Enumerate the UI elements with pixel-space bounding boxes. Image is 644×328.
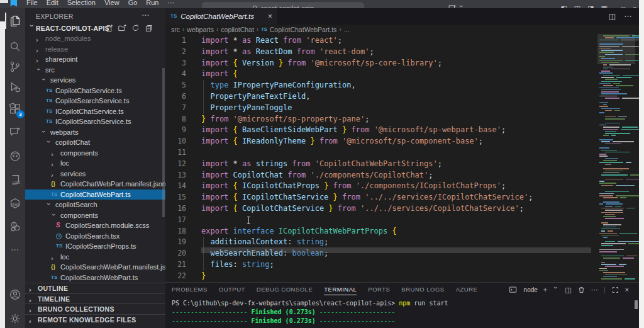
tree-item-copilotsearch[interactable]: ›copilotSearch	[25, 200, 165, 210]
tree-item-copilotsearch-module-scss[interactable]: SCopilotSearch.module.scss	[25, 220, 165, 231]
tree-item-icopilotchatservice-ts[interactable]: TSICopilotChatService.ts	[25, 106, 165, 117]
tree-item-copilotsearch-tsx[interactable]: CopilotSearch.tsx	[25, 231, 165, 242]
section-outline[interactable]: ›OUTLINE	[25, 283, 165, 293]
project-root-item[interactable]: › REACT-COPILOT-APIS	[25, 23, 165, 33]
explorer-icon[interactable]	[5, 11, 25, 30]
tree-item-src[interactable]: ›src	[25, 65, 165, 76]
tree-item-components[interactable]: ›components	[25, 210, 165, 221]
terminal-output[interactable]: PS C:\github\sp-dev-fx-webparts\samples\…	[172, 299, 625, 325]
code-line-4[interactable]: 4import {	[165, 69, 596, 80]
panel-tab-ports[interactable]: PORTS	[368, 283, 390, 297]
menu-edit[interactable]: Edit	[42, 0, 63, 7]
tree-item-webparts[interactable]: ›webparts	[25, 127, 165, 138]
menu-selection[interactable]: Selection	[63, 0, 100, 7]
tree-item-icopilotsearchprops-ts[interactable]: TSICopilotSearchProps.ts	[25, 241, 165, 252]
breadcrumb-src[interactable]: src	[171, 26, 180, 33]
panel-tab-terminal[interactable]: TERMINAL	[324, 283, 357, 297]
code-line-1[interactable]: 1import * as React from 'react';	[165, 35, 596, 47]
menu-run[interactable]: Run	[142, 0, 163, 7]
tree-item-sharepoint[interactable]: ›sharepoint	[25, 54, 165, 65]
tree-item-services[interactable]: ›services	[25, 169, 165, 179]
refresh-icon[interactable]	[131, 24, 140, 32]
menu-view[interactable]: View	[100, 0, 124, 7]
code-line-10[interactable]: 10import { IReadonlyTheme } from '@micro…	[165, 136, 596, 147]
terminal-dropdown-icon[interactable]: ›	[552, 286, 560, 293]
maximize-panel-icon[interactable]	[611, 286, 619, 294]
panel-tab-bruno-logs[interactable]: BRUNO LOGS	[401, 283, 444, 297]
split-terminal-icon[interactable]: ◫	[565, 286, 571, 294]
tree-item-copilotchatwebpart-manifest-json[interactable]: {}CopilotChatWebPart.manifest.json	[25, 179, 165, 189]
breadcrumb-copilotchat[interactable]: copilotChat	[221, 26, 254, 33]
breadcrumb-[interactable]: ...	[344, 26, 350, 33]
minimap[interactable]	[597, 34, 635, 282]
panel-more-icon[interactable]: ⋯	[591, 286, 598, 294]
tree-item-components[interactable]: ›components	[25, 148, 165, 159]
close-panel-icon[interactable]: ×	[625, 286, 629, 293]
menu-file[interactable]: File	[22, 0, 42, 7]
extensions-icon[interactable]: 3	[5, 99, 25, 118]
nav-forward-icon[interactable]: →	[189, 4, 197, 8]
tree-item-node-modules[interactable]: ›node_modules	[25, 33, 165, 44]
code-line-7[interactable]: 7 PropertyPaneToggle	[165, 103, 596, 114]
close-tab-icon[interactable]: ×	[268, 12, 272, 21]
sharepoint-icon[interactable]: S	[5, 217, 25, 236]
code-line-2[interactable]: 2import * as ReactDom from 'react-dom';	[165, 47, 596, 58]
editor-more-icon[interactable]: ⋯	[624, 12, 631, 21]
tree-item-icopilotsearchservice-ts[interactable]: TSICopilotSearchService.ts	[25, 116, 165, 127]
log-viewer-icon[interactable]: LOG	[5, 171, 25, 189]
tree-item-copilotchat[interactable]: ›copilotChat	[25, 137, 165, 148]
breadcrumb-webparts[interactable]: webparts	[187, 26, 214, 33]
tab-copilotchatwebpart[interactable]: TS CopilotChatWebPart.ts ×	[165, 8, 277, 25]
code-line-18[interactable]: 18export interface ICopilotChatWebPartPr…	[165, 226, 596, 237]
copilot-chat-button[interactable]: ›	[448, 0, 465, 8]
kill-terminal-icon[interactable]	[577, 286, 586, 294]
panel-tab-debug-console[interactable]: DEBUG CONSOLE	[257, 283, 313, 297]
section-bruno-collections[interactable]: ›BRUNO COLLECTIONS	[25, 303, 165, 314]
new-folder-icon[interactable]	[118, 24, 126, 32]
tree-item-copilotchatservice-ts[interactable]: TSCopilotChatService.ts	[25, 86, 165, 96]
code-line-21[interactable]: 21 files: string;	[165, 259, 596, 271]
new-file-icon[interactable]	[105, 24, 113, 32]
code-line-6[interactable]: 6 PropertyPaneTextField,	[165, 91, 596, 103]
tree-item-loc[interactable]: ›loc	[25, 252, 165, 263]
more-actions-icon[interactable]: ⋯	[5, 240, 25, 259]
shell-name[interactable]: node	[524, 286, 538, 293]
settings-gear-icon[interactable]	[5, 309, 25, 328]
code-line-9[interactable]: 9import { BaseClientSideWebPart } from '…	[165, 125, 596, 136]
account-icon[interactable]	[5, 285, 25, 304]
tree-item-release[interactable]: ›release	[25, 44, 165, 55]
search-icon[interactable]	[5, 37, 25, 56]
source-control-icon[interactable]	[5, 57, 25, 76]
panel-tab-output[interactable]: OUTPUT	[219, 283, 245, 297]
collapse-folders-icon[interactable]	[145, 24, 153, 32]
tree-item-copilotsearchwebpart-manifest-json[interactable]: {}CopilotSearchWebPart.manifest.json	[25, 262, 165, 273]
run-debug-icon[interactable]	[5, 78, 25, 97]
split-editor-icon[interactable]: ◫	[609, 12, 616, 21]
code-line-17[interactable]: 17	[165, 215, 596, 226]
sidebar-more-icon[interactable]: ⋯	[142, 11, 149, 20]
tree-item-copilotsearchwebpart-ts[interactable]: TSCopilotSearchWebPart.ts	[25, 273, 165, 283]
chat-icon[interactable]	[5, 123, 25, 142]
code-line-16[interactable]: 16import { CopilotChatService } from '..…	[165, 203, 596, 215]
code-line-5[interactable]: 5 type IPropertyPaneConfiguration,	[165, 80, 596, 91]
code-line-11[interactable]: 11	[165, 147, 596, 159]
breadcrumb-copilotchatwebpart-ts[interactable]: CopilotChatWebPart.ts	[270, 26, 337, 33]
panel-tab-azure[interactable]: AZURE	[456, 283, 478, 297]
code-line-14[interactable]: 14import { ICopilotChatProps } from './c…	[165, 181, 596, 192]
tree-item-copilotchatwebpart-ts[interactable]: TSCopilotChatWebPart.ts	[25, 189, 165, 200]
code-line-12[interactable]: 12import * as strings from 'CopilotChatW…	[165, 159, 596, 170]
menu-go[interactable]: Go	[124, 0, 142, 7]
tree-item-copilotsearchservice-ts[interactable]: TSCopilotSearchService.ts	[25, 96, 165, 106]
horizontal-scrollbar[interactable]	[201, 247, 591, 253]
code-area[interactable]: 1import * as React from 'react';2import …	[165, 34, 596, 282]
copilot-icon[interactable]	[5, 147, 25, 166]
sidebar-scrollbar[interactable]	[162, 68, 165, 217]
panel-tab-problems[interactable]: PROBLEMS	[172, 283, 208, 297]
command-center-search[interactable]: react-copilot-apis	[203, 3, 364, 8]
section-timeline[interactable]: ›TIMELINE	[25, 293, 165, 304]
code-line-15[interactable]: 15import { ICopilotChatService } from '.…	[165, 192, 596, 203]
code-line-19[interactable]: 19 additionalContext: string;	[165, 237, 596, 248]
code-line-13[interactable]: 13import CopilotChat from './components/…	[165, 170, 596, 181]
code-line-22[interactable]: 22}	[165, 271, 596, 282]
new-terminal-icon[interactable]: +	[543, 286, 547, 293]
